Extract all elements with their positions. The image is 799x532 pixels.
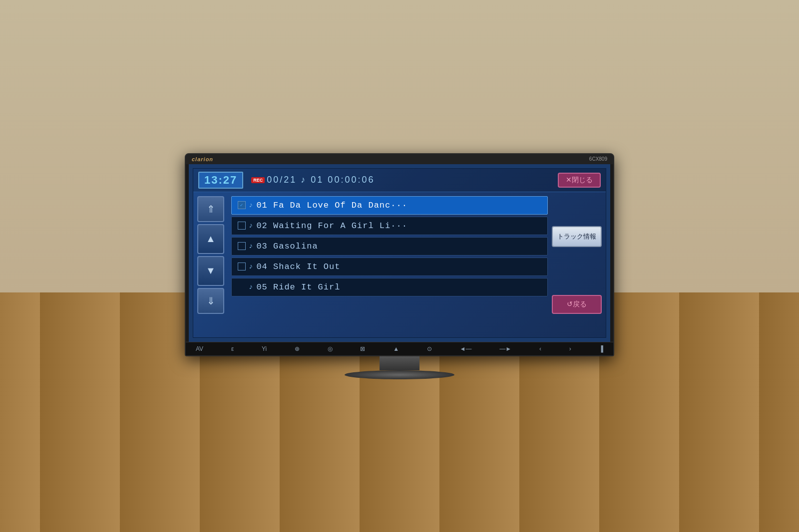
ctrl-yi[interactable]: Yi: [259, 344, 270, 353]
track-title-3: 03 Gasolina: [256, 242, 318, 251]
time-display: 13:27: [198, 172, 243, 189]
ctrl-prev[interactable]: ‹: [536, 344, 544, 353]
track-item[interactable]: ♪ 04 Shack It Out: [231, 258, 548, 276]
ctrl-back[interactable]: ε: [228, 344, 237, 353]
back-button[interactable]: ↺戻る: [552, 295, 602, 314]
track-info-button[interactable]: トラック情報: [552, 226, 602, 247]
header-row: 13:27 REC 00/21 ♪ 01 00:00:06 ✕閉じる: [193, 169, 606, 192]
control-bar: AV ε Yi ⊕ ◎ ⊠ ▲ ⊙ ◄— —► ‹ › ▐: [186, 342, 613, 355]
track-list: ✓ ♪ 01 Fa Da Love Of Da Danc··· ♪ 02 Wai…: [231, 196, 548, 314]
clarion-device: clarion 6CX809 13:27 REC 00/21 ♪ 01 00:0…: [185, 153, 614, 356]
track-title-4: 04 Shack It Out: [256, 262, 340, 271]
track-item[interactable]: ✓ ♪ 01 Fa Da Love Of Da Danc···: [231, 196, 548, 215]
close-button[interactable]: ✕閉じる: [558, 173, 601, 188]
track-item[interactable]: ♪ 05 Ride It Girl: [231, 278, 548, 296]
main-screen: 13:27 REC 00/21 ♪ 01 00:00:06 ✕閉じる ⇑ ▲ ▼…: [193, 168, 606, 338]
nav-column: ⇑ ▲ ▼ ⇓: [197, 196, 227, 314]
track-checkbox-3[interactable]: [238, 242, 246, 250]
ctrl-power[interactable]: ▐: [596, 344, 606, 353]
device-top-bar: clarion 6CX809: [186, 154, 613, 164]
track-title-1: 01 Fa Da Love Of Da Danc···: [256, 201, 407, 210]
rec-badge: REC: [251, 177, 265, 183]
track-title-5: 05 Ride It Girl: [256, 282, 340, 292]
ctrl-menu[interactable]: ⊠: [357, 344, 368, 353]
av-label[interactable]: AV: [193, 344, 206, 353]
track-item[interactable]: ♪ 02 Waiting For A Girl Li···: [231, 217, 548, 235]
ctrl-next[interactable]: ›: [566, 344, 574, 353]
model-name: 6CX809: [589, 156, 607, 162]
stand-base: [345, 370, 454, 379]
ctrl-nav[interactable]: ◎: [325, 344, 336, 353]
ctrl-audio[interactable]: ⊙: [424, 344, 435, 353]
screen-container: 13:27 REC 00/21 ♪ 01 00:00:06 ✕閉じる ⇑ ▲ ▼…: [189, 164, 610, 342]
scroll-up-button[interactable]: ▲: [197, 224, 224, 254]
ctrl-vol-up[interactable]: —►: [496, 344, 514, 353]
stand-neck: [380, 356, 419, 370]
main-content: ⇑ ▲ ▼ ⇓ ✓ ♪ 01 Fa Da Love Of Da Danc···: [193, 192, 606, 318]
track-checkbox-4[interactable]: [238, 263, 246, 270]
track-info: 00/21 ♪ 01 00:00:06: [267, 175, 558, 185]
brand-name: clarion: [192, 156, 213, 162]
right-column: トラック情報 ↺戻る: [552, 196, 602, 314]
ctrl-map[interactable]: ▲: [390, 344, 402, 353]
scroll-down-button[interactable]: ▼: [197, 256, 224, 286]
skip-down-button[interactable]: ⇓: [197, 288, 224, 314]
track-checkbox-1[interactable]: ✓: [238, 201, 246, 209]
track-checkbox-2[interactable]: [238, 222, 246, 230]
track-title-2: 02 Waiting For A Girl Li···: [256, 221, 407, 231]
ctrl-phone[interactable]: ⊕: [292, 344, 303, 353]
skip-up-button[interactable]: ⇑: [197, 196, 224, 222]
track-item[interactable]: ♪ 03 Gasolina: [231, 237, 548, 256]
ctrl-vol-down[interactable]: ◄—: [457, 344, 475, 353]
